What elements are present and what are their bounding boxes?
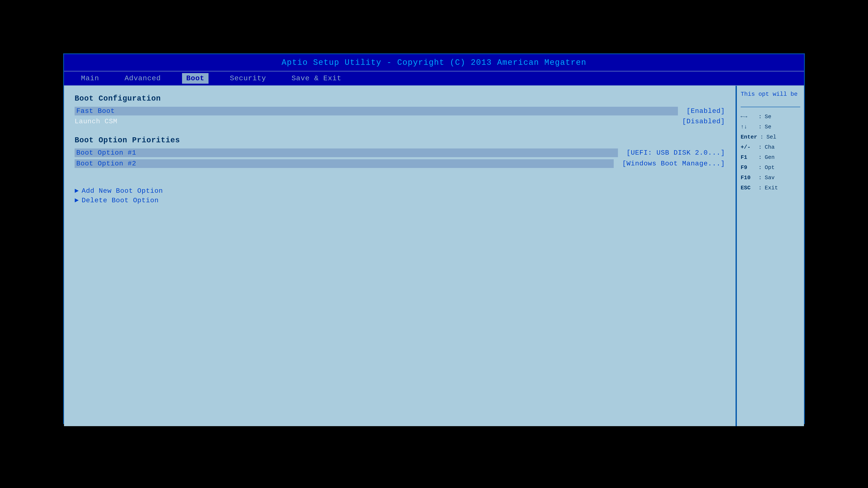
boot-option1-value: [UEFI: USB DISK 2.0...] xyxy=(626,149,725,157)
fast-boot-value: [Enabled] xyxy=(686,107,725,115)
legend-sep-0: : xyxy=(758,113,762,120)
add-new-boot-arrow: ► xyxy=(74,187,79,195)
legend-row-1: ↑↓ : Se xyxy=(741,124,800,130)
bios-screen: Aptio Setup Utility - Copyright (C) 2013… xyxy=(63,53,805,424)
legend-desc-3: Cha xyxy=(765,144,775,151)
legend-key-7: ESC xyxy=(741,185,755,191)
boot-option1-row: Boot Option #1 [UEFI: USB DISK 2.0...] xyxy=(74,149,725,157)
boot-option2-value: [Windows Boot Manage...] xyxy=(622,160,725,167)
section2-heading: Boot Option Priorities xyxy=(74,136,725,145)
content-area: Boot Configuration Fast Boot [Enabled] L… xyxy=(64,86,804,426)
legend-row-0: ←→ : Se xyxy=(741,113,800,120)
boot-option1-label[interactable]: Boot Option #1 xyxy=(74,149,618,157)
left-panel: Boot Configuration Fast Boot [Enabled] L… xyxy=(64,86,736,426)
legend-sep-1: : xyxy=(758,124,762,130)
legend-key-2: Enter xyxy=(741,134,757,140)
legend-sep-3: : xyxy=(758,144,762,151)
legend-desc-4: Gen xyxy=(765,154,775,161)
fast-boot-row: Fast Boot [Enabled] xyxy=(74,107,725,116)
gap2 xyxy=(74,170,725,178)
gap3 xyxy=(74,178,725,187)
legend-sep-4: : xyxy=(758,154,762,161)
add-new-boot-item[interactable]: ► Add New Boot Option xyxy=(74,187,725,195)
tab-main[interactable]: Main xyxy=(77,73,103,84)
legend-row-5: F9 : Opt xyxy=(741,164,800,171)
legend-row-7: ESC : Exit xyxy=(741,185,800,191)
launch-csm-value: [Disabled] xyxy=(682,118,725,125)
legend-row-2: Enter : Sel xyxy=(741,134,800,140)
legend-row-6: F10 : Sav xyxy=(741,174,800,181)
section1-heading: Boot Configuration xyxy=(74,94,725,103)
tab-save-exit[interactable]: Save & Exit xyxy=(287,73,346,84)
help-text: This opt will be xyxy=(741,90,800,98)
tab-boot[interactable]: Boot xyxy=(182,73,209,84)
screen-wrapper: Aptio Setup Utility - Copyright (C) 2013… xyxy=(42,43,826,445)
title-bar-text: Aptio Setup Utility - Copyright (C) 2013… xyxy=(282,58,587,67)
legend-sep-5: : xyxy=(758,164,762,171)
legend-key-3: +/- xyxy=(741,144,755,151)
legend-sep-7: : xyxy=(758,185,762,191)
legend-key-0: ←→ xyxy=(741,113,755,120)
legend-sep-2: : xyxy=(760,134,764,140)
launch-csm-label[interactable]: Launch CSM xyxy=(74,118,674,125)
gap1 xyxy=(74,128,725,136)
delete-boot-item[interactable]: ► Delete Boot Option xyxy=(74,197,725,204)
tab-security[interactable]: Security xyxy=(225,73,270,84)
fast-boot-label[interactable]: Fast Boot xyxy=(74,107,678,116)
delete-boot-arrow: ► xyxy=(74,197,79,204)
legend-desc-6: Sav xyxy=(765,174,775,181)
legend-desc-7: Exit xyxy=(765,185,778,191)
add-new-boot-label: Add New Boot Option xyxy=(82,187,163,195)
nav-tabs: Main Advanced Boot Security Save & Exit xyxy=(64,71,804,86)
legend-desc-2: Sel xyxy=(767,134,776,140)
legend-key-1: ↑↓ xyxy=(741,124,755,130)
boot-option2-label[interactable]: Boot Option #2 xyxy=(74,159,614,168)
legend-row-4: F1 : Gen xyxy=(741,154,800,161)
tab-advanced[interactable]: Advanced xyxy=(120,73,165,84)
legend-row-3: +/- : Cha xyxy=(741,144,800,151)
legend-key-5: F9 xyxy=(741,164,755,171)
title-bar: Aptio Setup Utility - Copyright (C) 2013… xyxy=(64,54,804,71)
delete-boot-label: Delete Boot Option xyxy=(82,197,159,204)
legend-key-4: F1 xyxy=(741,154,755,161)
legend-key-6: F10 xyxy=(741,174,755,181)
right-panel-divider xyxy=(741,107,800,107)
right-panel: This opt will be ←→ : Se ↑↓ : Se Enter :… xyxy=(736,86,804,426)
boot-option2-row: Boot Option #2 [Windows Boot Manage...] xyxy=(74,159,725,168)
launch-csm-row: Launch CSM [Disabled] xyxy=(74,118,725,125)
legend-desc-0: Se xyxy=(765,113,771,120)
legend-desc-1: Se xyxy=(765,124,771,130)
legend-sep-6: : xyxy=(758,174,762,181)
legend-desc-5: Opt xyxy=(765,164,775,171)
